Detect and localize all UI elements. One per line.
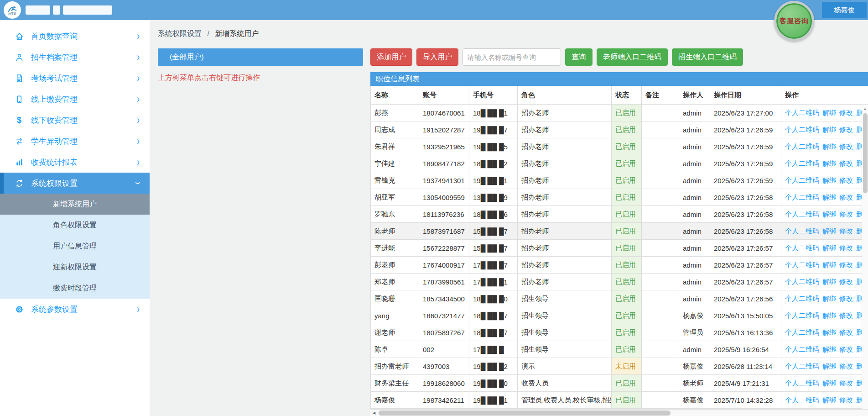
op-unbind-link[interactable]: 解绑 — [822, 227, 836, 235]
op-modify-link[interactable]: 修改 — [839, 311, 853, 319]
op-modify-link[interactable]: 修改 — [839, 210, 853, 218]
op-personal-qr-link[interactable]: 个人二维码 — [785, 210, 819, 218]
op-modify-link[interactable]: 修改 — [839, 362, 853, 370]
op-unbind-link[interactable]: 解绑 — [822, 193, 836, 201]
op-modify-link[interactable]: 修改 — [839, 109, 853, 116]
cell-remark — [642, 358, 679, 375]
op-modify-link[interactable]: 修改 — [839, 193, 853, 201]
op-personal-qr-link[interactable]: 个人二维码 — [785, 126, 819, 133]
sidebar-item-enrollment-archive[interactable]: 招生档案管理 › — [0, 47, 150, 68]
submenu-item-payment-period[interactable]: 缴费时段管理 — [0, 278, 150, 299]
chevron-right-icon: › — [137, 30, 140, 43]
op-unbind-link[interactable]: 解绑 — [822, 261, 836, 269]
op-unbind-link[interactable]: 解绑 — [822, 142, 836, 150]
op-personal-qr-link[interactable]: 个人二维码 — [785, 379, 819, 387]
op-personal-qr-link[interactable]: 个人二维码 — [785, 261, 819, 269]
op-modify-link[interactable]: 修改 — [839, 295, 853, 302]
cell-phone: 19█ ██ █7 — [469, 121, 518, 138]
op-personal-qr-link[interactable]: 个人二维码 — [785, 159, 819, 167]
scroll-left-arrow-icon[interactable]: ◀ — [370, 410, 378, 416]
op-unbind-link[interactable]: 解绑 — [822, 396, 836, 404]
op-unbind-link[interactable]: 解绑 — [822, 311, 836, 319]
sidebar-item-offline-payment[interactable]: $ 线下收费管理 › — [0, 110, 150, 131]
op-unbind-link[interactable]: 解绑 — [822, 328, 836, 336]
op-personal-qr-link[interactable]: 个人二维码 — [785, 328, 819, 336]
op-unbind-link[interactable]: 解绑 — [822, 244, 836, 252]
submenu-item-role-permissions[interactable]: 角色权限设置 — [0, 215, 150, 236]
recruit-qr-button[interactable]: 招生端入口二维码 — [672, 48, 743, 66]
op-unbind-link[interactable]: 解绑 — [822, 109, 836, 116]
op-personal-qr-link[interactable]: 个人二维码 — [785, 193, 819, 201]
op-personal-qr-link[interactable]: 个人二维码 — [785, 227, 819, 235]
op-personal-qr-link[interactable]: 个人二维码 — [785, 362, 819, 370]
op-modify-link[interactable]: 修改 — [839, 244, 853, 252]
sidebar-item-exam-management[interactable]: 考场考试管理 › — [0, 68, 150, 89]
column-header: 角色 — [518, 86, 612, 105]
vertical-scrollbar[interactable]: ▲ — [862, 106, 868, 409]
table-row: 谢老师 18075897267 18█ ██ █7 招生领导 已启用 管理员 2… — [371, 324, 868, 341]
import-user-button[interactable]: 导入用户 — [416, 48, 458, 66]
op-modify-link[interactable]: 修改 — [839, 126, 853, 133]
cell-name: 胡亚军 — [371, 189, 419, 206]
document-icon — [14, 74, 25, 83]
op-unbind-link[interactable]: 解绑 — [822, 159, 836, 167]
customer-service-badge[interactable]: 客服咨询 — [774, 1, 814, 41]
op-modify-link[interactable]: 修改 — [839, 379, 853, 387]
op-personal-qr-link[interactable]: 个人二维码 — [785, 311, 819, 319]
op-modify-link[interactable]: 修改 — [839, 142, 853, 150]
sidebar-item-fee-reports[interactable]: 收费统计报表 › — [0, 152, 150, 173]
op-modify-link[interactable]: 修改 — [839, 176, 853, 184]
horizontal-scroll-thumb[interactable] — [379, 411, 670, 416]
submenu-item-welcome-permissions[interactable]: 迎新权限设置 — [0, 257, 150, 278]
op-personal-qr-link[interactable]: 个人二维码 — [785, 142, 819, 150]
bar-chart-icon — [14, 158, 25, 167]
op-modify-link[interactable]: 修改 — [839, 278, 853, 285]
breadcrumb-section[interactable]: 系统权限设置 — [158, 30, 202, 37]
teacher-qr-button[interactable]: 老师端入口二维码 — [597, 48, 668, 66]
add-user-button[interactable]: 添加用户 — [370, 48, 412, 66]
cell-role: 招办老师 — [518, 240, 612, 257]
cell-status: 已启用 — [612, 341, 642, 358]
op-unbind-link[interactable]: 解绑 — [822, 210, 836, 218]
op-modify-link[interactable]: 修改 — [839, 261, 853, 269]
op-unbind-link[interactable]: 解绑 — [822, 362, 836, 370]
op-personal-qr-link[interactable]: 个人二维码 — [785, 295, 819, 302]
cell-date: 2025/4/9 17:21:31 — [710, 375, 781, 392]
sidebar-item-home-data[interactable]: 首页数据查询 › — [0, 26, 150, 47]
op-unbind-link[interactable]: 解绑 — [822, 295, 836, 302]
chevron-right-icon: › — [137, 93, 140, 106]
op-personal-qr-link[interactable]: 个人二维码 — [785, 244, 819, 252]
sidebar-item-student-transfer[interactable]: 学生异动管理 › — [0, 131, 150, 152]
op-modify-link[interactable]: 修改 — [839, 345, 853, 353]
op-unbind-link[interactable]: 解绑 — [822, 126, 836, 133]
op-modify-link[interactable]: 修改 — [839, 227, 853, 235]
sidebar-item-system-permissions[interactable]: 系统权限设置 › — [0, 173, 150, 194]
search-input[interactable] — [463, 48, 561, 66]
op-personal-qr-link[interactable]: 个人二维码 — [785, 109, 819, 116]
op-personal-qr-link[interactable]: 个人二维码 — [785, 345, 819, 353]
cell-account: 002 — [419, 341, 469, 358]
submenu-item-user-info[interactable]: 用户信息管理 — [0, 236, 150, 257]
op-modify-link[interactable]: 修改 — [839, 328, 853, 336]
op-personal-qr-link[interactable]: 个人二维码 — [785, 176, 819, 184]
op-unbind-link[interactable]: 解绑 — [822, 176, 836, 184]
op-unbind-link[interactable]: 解绑 — [822, 278, 836, 285]
cell-account: 18113976236 — [419, 206, 469, 223]
sidebar-item-system-parameters[interactable]: 系统参数设置 › — [0, 299, 150, 320]
op-unbind-link[interactable]: 解绑 — [822, 379, 836, 387]
user-account-button[interactable]: 杨嘉俊 — [822, 2, 867, 18]
horizontal-scrollbar[interactable]: ◀ — [370, 409, 868, 416]
user-tree-root-node[interactable]: (全部用户) — [158, 48, 363, 66]
table-row: 周志成 19152027287 19█ ██ █7 招办老师 已启用 admin… — [371, 121, 868, 138]
op-unbind-link[interactable]: 解绑 — [822, 345, 836, 353]
sidebar-item-online-payment[interactable]: 线上缴费管理 › — [0, 89, 150, 110]
op-personal-qr-link[interactable]: 个人二维码 — [785, 278, 819, 285]
scroll-up-arrow-icon[interactable]: ▲ — [862, 106, 868, 112]
op-modify-link[interactable]: 修改 — [839, 159, 853, 167]
op-modify-link[interactable]: 修改 — [839, 396, 853, 404]
op-personal-qr-link[interactable]: 个人二维码 — [785, 396, 819, 404]
cell-date: 2025/6/23 17:26:57 — [710, 274, 781, 290]
vertical-scroll-thumb[interactable] — [863, 113, 868, 193]
submenu-item-add-system-user[interactable]: 新增系统用户 — [0, 194, 150, 215]
search-button[interactable]: 查询 — [565, 48, 593, 66]
